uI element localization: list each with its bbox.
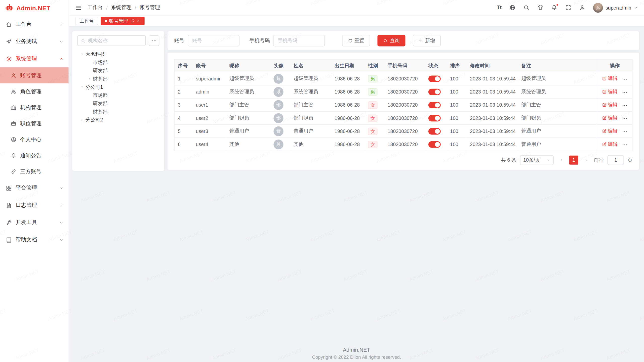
cell-sort: 100 bbox=[447, 111, 467, 124]
sidebar-item-business-test[interactable]: 业务测试 bbox=[0, 33, 69, 50]
tree-node[interactable]: 市场部 bbox=[77, 58, 159, 67]
cell-gender: 女 bbox=[365, 111, 384, 124]
tree-node[interactable]: 大名科技 bbox=[77, 50, 159, 58]
sidebar-item-log-management[interactable]: 日志管理 bbox=[0, 197, 69, 214]
column-header: 账号 bbox=[192, 59, 226, 72]
column-header: 出生日期 bbox=[331, 59, 365, 72]
org-search-input[interactable] bbox=[88, 38, 142, 43]
sidebar-item-org-management[interactable]: 机构管理 bbox=[0, 99, 69, 115]
log-icon bbox=[6, 202, 12, 208]
column-header: 排序 bbox=[447, 59, 467, 72]
chevron-up-icon bbox=[59, 56, 64, 61]
reset-button[interactable]: 重置 bbox=[342, 35, 370, 47]
search-icon[interactable] bbox=[523, 5, 529, 11]
tab-label: 工作台 bbox=[80, 18, 94, 24]
language-icon[interactable] bbox=[509, 5, 515, 11]
avatar bbox=[593, 3, 603, 13]
tree-node[interactable]: 研发部 bbox=[77, 66, 159, 75]
tree-node[interactable]: 分公司1 bbox=[77, 83, 159, 91]
phone-label: 手机号码 bbox=[249, 37, 270, 44]
tree-node-label: 研发部 bbox=[93, 100, 108, 107]
more-actions-button[interactable] bbox=[622, 103, 627, 109]
close-icon[interactable] bbox=[136, 19, 140, 23]
more-actions-button[interactable] bbox=[622, 129, 627, 135]
tree-node-label: 分公司2 bbox=[86, 116, 103, 123]
profile-icon[interactable] bbox=[579, 5, 585, 11]
query-button[interactable]: 查询 bbox=[377, 35, 405, 47]
tree-more-button[interactable] bbox=[149, 35, 159, 46]
user-icon bbox=[11, 72, 16, 78]
tree-node[interactable]: 市场部 bbox=[77, 91, 159, 99]
prev-page-button[interactable] bbox=[557, 156, 566, 165]
toggle-knob bbox=[435, 129, 440, 134]
user-menu[interactable]: superadmin bbox=[593, 3, 638, 13]
edit-button[interactable]: 编辑 bbox=[602, 101, 618, 108]
status-toggle[interactable] bbox=[428, 115, 441, 121]
toggle-knob bbox=[435, 116, 440, 121]
breadcrumb-item[interactable]: 系统管理 bbox=[111, 4, 132, 11]
cell-gender: 女 bbox=[365, 138, 384, 151]
phone-input[interactable] bbox=[273, 35, 325, 47]
more-actions-button[interactable] bbox=[622, 90, 627, 96]
sidebar-item-platform-management[interactable]: 平台管理 bbox=[0, 179, 69, 197]
edit-button[interactable]: 编辑 bbox=[602, 75, 618, 82]
column-header: 姓名 bbox=[290, 59, 331, 72]
tab-item[interactable]: 工作台 bbox=[75, 17, 98, 25]
status-toggle[interactable] bbox=[428, 75, 441, 82]
sidebar-item-workbench[interactable]: 工作台 bbox=[0, 16, 69, 33]
next-page-button[interactable] bbox=[582, 156, 590, 165]
goto-page-input[interactable] bbox=[608, 155, 624, 165]
status-toggle[interactable] bbox=[428, 128, 441, 134]
status-toggle[interactable] bbox=[428, 88, 441, 95]
breadcrumb-item[interactable]: 工作台 bbox=[88, 4, 103, 11]
cell-actions: 编辑 bbox=[597, 72, 632, 85]
edit-button[interactable]: 编辑 bbox=[602, 114, 618, 121]
tree-node[interactable]: 财务部 bbox=[77, 75, 159, 83]
add-button[interactable]: 新增 bbox=[413, 35, 441, 47]
sidebar-item-label: 业务测试 bbox=[16, 38, 55, 45]
sidebar-item-account-management[interactable]: 账号管理 bbox=[0, 67, 69, 83]
sidebar-item-third-party-account[interactable]: 三方账号 bbox=[0, 163, 69, 179]
sidebar-item-help-docs[interactable]: 帮助文档 bbox=[0, 231, 69, 248]
cell-gender: 男 bbox=[365, 72, 384, 85]
sidebar-item-personal-center[interactable]: 个人中心 bbox=[0, 131, 69, 147]
edit-button[interactable]: 编辑 bbox=[602, 88, 618, 95]
accounts-table-panel: 序号账号昵称头像姓名出生日期性别手机号码状态排序修改时间备注操作 1supera… bbox=[168, 53, 639, 170]
tab-bar: 工作台账号管理 bbox=[69, 16, 644, 26]
column-header: 头像 bbox=[270, 59, 290, 72]
notifications-button[interactable] bbox=[551, 5, 557, 11]
refresh-icon[interactable] bbox=[130, 19, 134, 23]
tree-node[interactable]: 研发部 bbox=[77, 99, 159, 108]
current-page[interactable]: 1 bbox=[569, 156, 578, 165]
edit-button[interactable]: 编辑 bbox=[602, 141, 618, 148]
sidebar-item-label: 系统管理 bbox=[16, 55, 55, 62]
more-actions-button[interactable] bbox=[622, 76, 627, 82]
sidebar-item-role-management[interactable]: 角色管理 bbox=[0, 83, 69, 99]
cell-remark: 部门主管 bbox=[518, 98, 597, 111]
tree-node-label: 研发部 bbox=[93, 67, 108, 74]
account-input[interactable] bbox=[188, 35, 239, 47]
cell-nickname: 超级管理员 bbox=[226, 72, 270, 85]
sidebar-item-notice-announcement[interactable]: 通知公告 bbox=[0, 147, 69, 163]
breadcrumb-item[interactable]: 账号管理 bbox=[139, 4, 160, 11]
cell-modified: 2023-01-03 10:59:44 bbox=[467, 111, 518, 124]
menu-toggle-icon[interactable] bbox=[75, 4, 82, 11]
status-toggle[interactable] bbox=[428, 102, 441, 108]
font-size-icon[interactable]: Tt bbox=[497, 5, 502, 10]
more-actions-button[interactable] bbox=[622, 116, 627, 122]
more-actions-button[interactable] bbox=[622, 142, 627, 148]
sidebar-item-dev-tools[interactable]: 开发工具 bbox=[0, 214, 69, 231]
theme-icon[interactable] bbox=[537, 5, 543, 11]
logo[interactable]: Admin.NET bbox=[0, 0, 69, 16]
fullscreen-icon[interactable] bbox=[565, 5, 571, 11]
tab-item[interactable]: 账号管理 bbox=[100, 17, 144, 25]
tree-node[interactable]: 财务部 bbox=[77, 108, 159, 116]
status-toggle[interactable] bbox=[428, 141, 441, 148]
tree-node[interactable]: 分公司2 bbox=[77, 116, 159, 124]
tree-node-label: 分公司1 bbox=[86, 83, 103, 90]
sidebar-subitem-label: 职位管理 bbox=[20, 120, 42, 127]
sidebar-item-system-management[interactable]: 系统管理 bbox=[0, 50, 69, 67]
edit-button[interactable]: 编辑 bbox=[602, 127, 618, 134]
sidebar-item-position-management[interactable]: 职位管理 bbox=[0, 115, 69, 131]
page-size-select[interactable]: 10条/页 bbox=[520, 155, 554, 165]
